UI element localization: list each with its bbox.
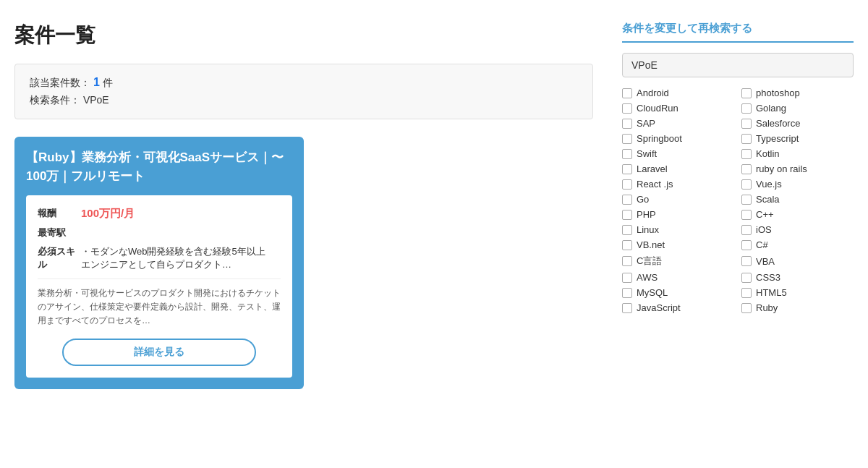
skill-item: HTML5	[741, 287, 854, 298]
skill-checkbox-salesforce[interactable]	[741, 119, 752, 129]
skill-checkbox-cpp[interactable]	[741, 210, 752, 220]
skill-checkbox-javascript[interactable]	[622, 303, 632, 313]
skill-checkbox-go[interactable]	[622, 195, 632, 205]
skill-item: Android	[622, 88, 734, 98]
skill-checkbox-ios[interactable]	[741, 225, 752, 235]
skill-item: CloudRun	[622, 103, 734, 114]
skill-checkbox-ruby[interactable]	[741, 303, 752, 313]
skill-checkbox-sap[interactable]	[622, 119, 632, 129]
job-card-title: 【Ruby】業務分析・可視化SaaSサービス｜〜100万｜フルリモート	[26, 148, 292, 185]
skill-item: Springboot	[622, 133, 734, 144]
page-container: 案件一覧 該当案件数： 1 件 検索条件： VPoE 【Ruby】業務分析・可視…	[0, 0, 868, 411]
skill-label-ruby-on-rails: ruby on rails	[756, 163, 807, 174]
skill-label-sap: SAP	[637, 118, 655, 129]
skill-label-vba: VBA	[756, 256, 775, 267]
skill-label-html5: HTML5	[756, 287, 787, 298]
skill-item: Golang	[741, 103, 854, 114]
main-content: 案件一覧 該当案件数： 1 件 検索条件： VPoE 【Ruby】業務分析・可視…	[14, 22, 593, 389]
skill-label-css3: CSS3	[756, 272, 780, 283]
skill-label-mysql: MySQL	[637, 287, 668, 298]
skill-label-salesforce: Salesforce	[756, 118, 800, 129]
salary-row: 報酬 100万円/月	[38, 207, 281, 221]
skill-checkbox-cloudrun[interactable]	[622, 103, 632, 114]
skill-label-clang: C言語	[637, 255, 662, 268]
skill-item: Go	[622, 194, 734, 205]
count-value: 1	[93, 76, 100, 88]
skill-item: Kotlin	[741, 148, 854, 159]
skill-label-react-js: React .js	[637, 179, 673, 190]
skill-item: ruby on rails	[741, 163, 854, 174]
skill-checkbox-vue-js[interactable]	[741, 179, 752, 190]
skill-checkbox-swift[interactable]	[622, 149, 632, 159]
skill-checkbox-html5[interactable]	[741, 288, 752, 298]
skill-label-vue-js: Vue.js	[756, 179, 782, 190]
skill-item: Vue.js	[741, 179, 854, 190]
station-label: 最寄駅	[38, 226, 81, 239]
skill-row: 必須スキル ・モダンなWeb開発経験を含む経験5年以上 エンジニアとして自らプロ…	[38, 245, 281, 271]
skill-label-springboot: Springboot	[637, 133, 682, 144]
skill-item: iOS	[741, 224, 854, 235]
skill-item: MySQL	[622, 287, 734, 298]
skill-checkbox-react-js[interactable]	[622, 179, 632, 190]
skill-item: C言語	[622, 255, 734, 268]
skill-label-csharp: C#	[756, 239, 768, 250]
skill-item: Salesforce	[741, 118, 854, 129]
job-card: 【Ruby】業務分析・可視化SaaSサービス｜〜100万｜フルリモート 報酬 1…	[14, 137, 304, 389]
detail-button[interactable]: 詳細を見る	[62, 339, 257, 366]
job-card-body: 報酬 100万円/月 最寄駅 必須スキル ・モダンなWeb開発経験を含む経験5年…	[26, 195, 292, 378]
skill-checkbox-clang[interactable]	[622, 256, 632, 266]
skill-label: 必須スキル	[38, 245, 81, 271]
search-summary: 該当案件数： 1 件 検索条件： VPoE	[14, 64, 593, 119]
skill-checkbox-aws[interactable]	[622, 273, 632, 283]
skill-item: JavaScript	[622, 302, 734, 313]
skill-checkbox-springboot[interactable]	[622, 134, 632, 144]
skill-item: photoshop	[741, 88, 854, 98]
skill-checkbox-typescript[interactable]	[741, 134, 752, 144]
skill-checkbox-ruby-on-rails[interactable]	[741, 164, 752, 174]
salary-value: 100万円/月	[81, 207, 135, 221]
skill-label-swift: Swift	[637, 148, 657, 159]
skill-checkbox-vba[interactable]	[741, 256, 752, 266]
skill-item: VBA	[741, 255, 854, 268]
skill-item: Scala	[741, 194, 854, 205]
skill-label-golang: Golang	[756, 103, 786, 114]
condition-label: 検索条件：	[30, 94, 80, 106]
skill-checkbox-csharp[interactable]	[741, 240, 752, 250]
sidebar-title: 条件を変更して再検索する	[622, 22, 854, 35]
sidebar: 条件を変更して再検索する AndroidphotoshopCloudRunGol…	[622, 22, 854, 389]
skill-label-aws: AWS	[637, 272, 658, 283]
skill-checkbox-linux[interactable]	[622, 225, 632, 235]
skill-item: Typescript	[741, 133, 854, 144]
condition-row: 検索条件： VPoE	[30, 94, 578, 107]
skill-label-go: Go	[637, 194, 649, 205]
skill-checkbox-php[interactable]	[622, 210, 632, 220]
page-title: 案件一覧	[14, 22, 593, 49]
skill-value: ・モダンなWeb開発経験を含む経験5年以上 エンジニアとして自らプロダクト…	[81, 245, 281, 271]
skill-checkbox-kotlin[interactable]	[741, 149, 752, 159]
skill-checkbox-mysql[interactable]	[622, 288, 632, 298]
skill-label-php: PHP	[637, 209, 656, 220]
skill-checkbox-android[interactable]	[622, 88, 632, 98]
skill-checkbox-scala[interactable]	[741, 195, 752, 205]
skill-checkbox-photoshop[interactable]	[741, 88, 752, 98]
skill-item: C#	[741, 239, 854, 250]
skill-label-android: Android	[637, 88, 669, 98]
skill-checkbox-laravel[interactable]	[622, 164, 632, 174]
sidebar-divider	[622, 41, 854, 43]
count-row: 該当案件数： 1 件	[30, 76, 578, 90]
skill-checkbox-golang[interactable]	[741, 103, 752, 114]
skill-item: VB.net	[622, 239, 734, 250]
skill-label-vbnet: VB.net	[637, 239, 665, 250]
skill-label-cpp: C++	[756, 209, 774, 220]
count-unit: 件	[103, 77, 113, 88]
skill-checkbox-css3[interactable]	[741, 273, 752, 283]
skill-label-scala: Scala	[756, 194, 780, 205]
skill-item: Laravel	[622, 163, 734, 174]
skill-checkbox-vbnet[interactable]	[622, 240, 632, 250]
sidebar-search-input[interactable]	[622, 53, 854, 77]
skill-item: C++	[741, 209, 854, 220]
skill-item: Linux	[622, 224, 734, 235]
job-description: 業務分析・可視化サービスのプロダクト開発におけるチケットのアサイン、仕様策定や要…	[38, 278, 281, 328]
skill-label-ios: iOS	[756, 224, 772, 235]
skill-label-cloudrun: CloudRun	[637, 103, 678, 114]
